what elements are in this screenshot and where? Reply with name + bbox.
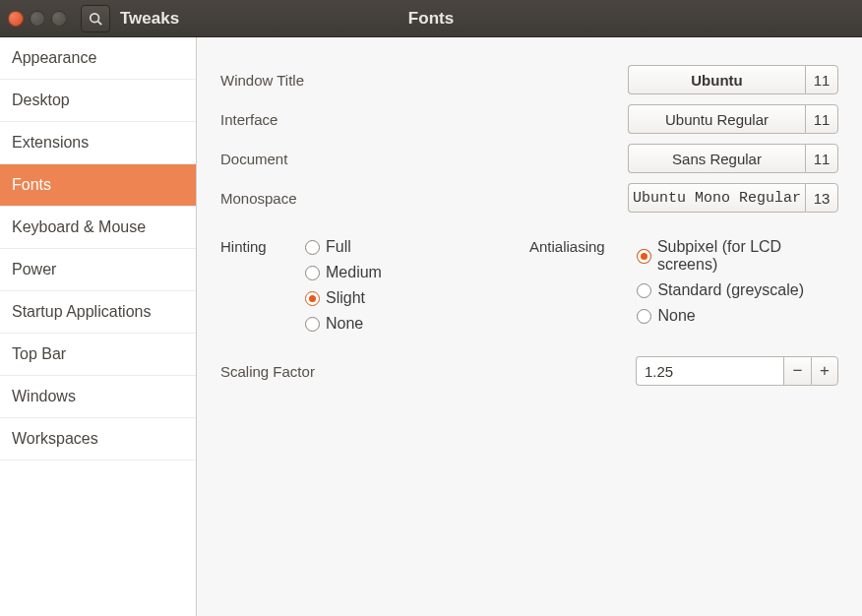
radio-label: Subpixel (for LCD screens)	[657, 238, 838, 274]
row-scaling-factor: Scaling Factor − +	[220, 356, 838, 386]
font-name: Ubuntu	[628, 65, 805, 94]
radio-icon	[305, 240, 320, 255]
radio-label: Full	[326, 238, 351, 256]
radio-icon	[305, 291, 320, 306]
antialiasing-standard[interactable]: Standard (greyscale)	[637, 281, 838, 299]
font-name: Sans Regular	[628, 144, 805, 173]
hinting-medium[interactable]: Medium	[305, 264, 382, 281]
radio-icon	[637, 309, 651, 324]
body: Appearance Desktop Extensions Fonts Keyb…	[0, 37, 862, 616]
radio-label: Slight	[326, 289, 365, 307]
font-button-interface[interactable]: Ubuntu Regular 11	[628, 104, 838, 134]
label-hinting: Hinting	[220, 238, 305, 340]
radio-label: None	[657, 307, 695, 325]
maximize-icon[interactable]	[51, 11, 67, 27]
search-icon	[89, 12, 102, 26]
radio-icon	[637, 283, 651, 298]
sidebar-item-label: Startup Applications	[12, 303, 151, 320]
font-size: 13	[805, 183, 838, 213]
hinting-options: Full Medium Slight None	[305, 238, 382, 340]
app-title: Tweaks	[120, 9, 179, 29]
font-button-window-title[interactable]: Ubuntu 11	[628, 65, 838, 94]
row-monospace: Monospace Ubuntu Mono Regular 13	[220, 183, 838, 213]
sidebar: Appearance Desktop Extensions Fonts Keyb…	[0, 37, 197, 616]
svg-point-0	[91, 13, 99, 22]
radio-icon	[637, 249, 650, 264]
scaling-input[interactable]	[636, 356, 783, 386]
sidebar-item-fonts[interactable]: Fonts	[0, 164, 196, 207]
scaling-decrement-button[interactable]: −	[783, 356, 811, 386]
scaling-spinner: − +	[636, 356, 838, 386]
label-interface: Interface	[220, 111, 368, 128]
sidebar-item-label: Keyboard & Mouse	[12, 218, 146, 235]
sidebar-item-label: Workspaces	[12, 430, 98, 447]
font-size: 11	[805, 144, 838, 173]
sidebar-item-label: Desktop	[12, 92, 70, 108]
sidebar-item-power[interactable]: Power	[0, 249, 196, 291]
sidebar-item-workspaces[interactable]: Workspaces	[0, 418, 196, 461]
font-name: Ubuntu Mono Regular	[628, 183, 805, 213]
row-interface: Interface Ubuntu Regular 11	[220, 104, 838, 134]
label-window-title: Window Title	[220, 72, 368, 89]
hinting-none[interactable]: None	[305, 315, 382, 333]
page-title: Fonts	[408, 9, 454, 29]
sidebar-item-desktop[interactable]: Desktop	[0, 80, 196, 122]
search-button[interactable]	[81, 5, 110, 32]
close-icon[interactable]	[8, 11, 24, 27]
radio-columns: Hinting Full Medium Slight None Antialia…	[220, 238, 838, 340]
font-name: Ubuntu Regular	[628, 104, 805, 134]
radio-icon	[305, 266, 320, 280]
radio-label: None	[326, 315, 363, 333]
scaling-increment-button[interactable]: +	[811, 356, 838, 386]
window-controls	[0, 11, 75, 27]
radio-label: Standard (greyscale)	[657, 281, 804, 299]
font-button-document[interactable]: Sans Regular 11	[628, 144, 838, 173]
sidebar-item-label: Windows	[12, 388, 76, 404]
sidebar-item-keyboard-mouse[interactable]: Keyboard & Mouse	[0, 207, 196, 249]
font-size: 11	[805, 104, 838, 134]
radio-icon	[305, 317, 320, 332]
sidebar-item-label: Appearance	[12, 49, 96, 66]
sidebar-item-label: Extensions	[12, 134, 89, 151]
titlebar: Tweaks Fonts	[0, 0, 862, 37]
window: Tweaks Fonts Appearance Desktop Extensio…	[0, 0, 862, 616]
font-size: 11	[805, 65, 838, 94]
antialiasing-subpixel[interactable]: Subpixel (for LCD screens)	[637, 238, 838, 274]
row-window-title: Window Title Ubuntu 11	[220, 65, 838, 94]
sidebar-item-windows[interactable]: Windows	[0, 376, 196, 418]
label-monospace: Monospace	[220, 190, 368, 207]
label-scaling-factor: Scaling Factor	[220, 363, 368, 380]
sidebar-item-startup-applications[interactable]: Startup Applications	[0, 291, 196, 334]
sidebar-item-top-bar[interactable]: Top Bar	[0, 334, 196, 376]
sidebar-item-label: Top Bar	[12, 345, 66, 362]
radio-label: Medium	[326, 264, 382, 281]
hinting-slight[interactable]: Slight	[305, 289, 382, 307]
antialiasing-none[interactable]: None	[637, 307, 838, 325]
sidebar-item-label: Fonts	[12, 176, 51, 193]
label-document: Document	[220, 151, 368, 167]
antialiasing-options: Subpixel (for LCD screens) Standard (gre…	[637, 238, 838, 333]
font-button-monospace[interactable]: Ubuntu Mono Regular 13	[628, 183, 838, 213]
hinting-full[interactable]: Full	[305, 238, 382, 256]
svg-line-1	[98, 21, 102, 25]
minimize-icon[interactable]	[30, 11, 45, 27]
sidebar-item-label: Power	[12, 261, 56, 277]
row-document: Document Sans Regular 11	[220, 144, 838, 173]
label-antialiasing: Antialiasing	[529, 238, 637, 333]
sidebar-item-appearance[interactable]: Appearance	[0, 37, 196, 80]
sidebar-item-extensions[interactable]: Extensions	[0, 122, 196, 164]
content: Window Title Ubuntu 11 Interface Ubuntu …	[197, 37, 862, 616]
